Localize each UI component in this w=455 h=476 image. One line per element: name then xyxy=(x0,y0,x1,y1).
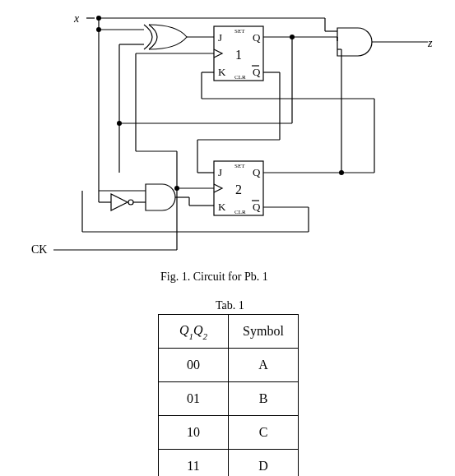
ff1-set-label: SET xyxy=(234,28,245,35)
cell-symbol: A xyxy=(229,349,299,382)
cell-state: 00 xyxy=(159,349,229,382)
table-header-symbol: Symbol xyxy=(229,315,299,349)
ff1-qbar-label: Q xyxy=(253,66,261,78)
cell-symbol: B xyxy=(229,382,299,416)
cell-symbol: C xyxy=(229,416,299,450)
table-row: 01 B xyxy=(159,382,299,416)
figure-caption: Fig. 1. Circuit for Pb. 1 xyxy=(160,271,268,283)
and-gate-lower xyxy=(146,184,175,210)
ff2-clr-label: CLR xyxy=(234,209,246,215)
cell-state: 10 xyxy=(159,416,229,450)
ff2-id: 2 xyxy=(235,183,242,196)
ff1-j-label: J xyxy=(218,31,222,44)
and-gate-output xyxy=(337,28,372,56)
ff2-k-label: K xyxy=(218,201,226,213)
cell-symbol: D xyxy=(229,450,299,477)
page: x z CK .w { fill:none; stroke:#000; stro… xyxy=(0,0,455,476)
ff2-q-label: Q xyxy=(253,166,261,178)
ff2-j-label: J xyxy=(218,166,222,178)
table-row: 11 D xyxy=(159,450,299,477)
xor-gate xyxy=(144,25,187,49)
ff1-id: 1 xyxy=(235,48,242,62)
table-row: 10 C xyxy=(159,416,299,450)
ff1-clr-label: CLR xyxy=(234,74,246,81)
state-table: Q1Q2 Symbol 00 A 01 B 10 C 11 D xyxy=(158,314,299,476)
circuit-diagram: .w { fill:none; stroke:#000; stroke-widt… xyxy=(12,8,443,263)
svg-point-11 xyxy=(128,200,133,205)
table-header-state: Q1Q2 xyxy=(159,315,229,349)
table-row: 00 A xyxy=(159,349,299,382)
not-gate xyxy=(111,194,133,210)
ff2-set-label: SET xyxy=(234,163,245,169)
flipflop-2: J K Q Q SET CLR 2 xyxy=(214,161,263,215)
ff2-qbar-label: Q xyxy=(253,201,261,213)
cell-state: 01 xyxy=(159,382,229,416)
ff1-k-label: K xyxy=(218,66,226,78)
cell-state: 11 xyxy=(159,450,229,477)
ff1-q-label: Q xyxy=(253,31,261,44)
flipflop-1: J K Q Q SET CLR 1 xyxy=(214,26,263,81)
table-caption: Tab. 1 xyxy=(216,300,244,312)
